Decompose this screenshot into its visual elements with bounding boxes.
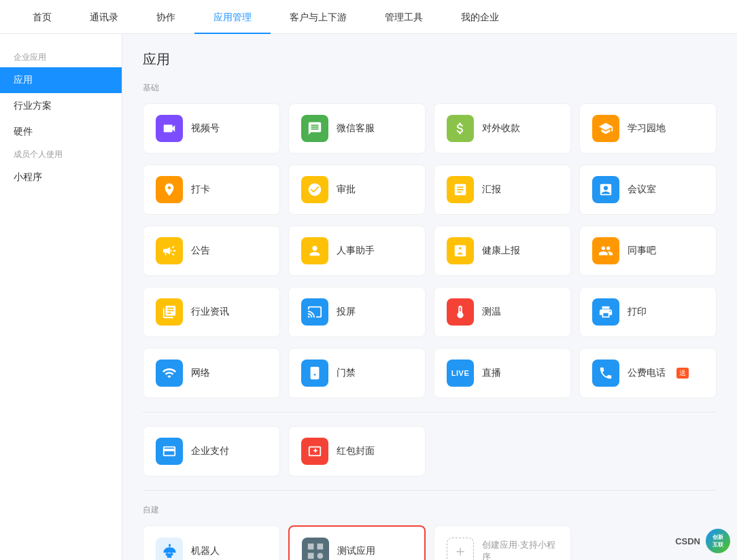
app-name-cast-screen: 投屏	[337, 306, 356, 318]
nav-app-management[interactable]: 应用管理	[194, 0, 271, 34]
app-name-robot: 机器人	[191, 545, 220, 557]
app-name-wechat-service: 微信客服	[337, 122, 375, 135]
industry-news-icon	[156, 298, 183, 326]
app-card-create[interactable]: ＋ 创建应用·支持小程序	[434, 525, 571, 560]
app-card-payment-out[interactable]: 对外收款	[434, 103, 571, 154]
app-card-print[interactable]: 打印	[579, 287, 717, 337]
app-card-approval[interactable]: 审批	[288, 164, 426, 215]
divider-2	[143, 490, 717, 491]
sidebar-item-miniprogram[interactable]: 小程序	[0, 164, 122, 190]
app-card-learning[interactable]: 学习园地	[579, 103, 717, 154]
payment-out-icon	[447, 115, 474, 142]
app-card-report[interactable]: 汇报	[434, 164, 571, 215]
app-card-robot[interactable]: 机器人	[143, 525, 280, 560]
svg-point-3	[318, 553, 324, 559]
app-name-temp-check: 测温	[482, 306, 501, 318]
app-name-hr-assistant: 人事助手	[337, 245, 375, 257]
door-access-icon	[301, 360, 328, 387]
app-card-meeting-room[interactable]: 会议室	[579, 164, 717, 215]
create-app-icon: ＋	[447, 538, 474, 560]
nav-home[interactable]: 首页	[14, 0, 71, 34]
bottom-logos: CSDN 创新互联	[675, 529, 730, 553]
app-card-red-packet[interactable]: 红包封面	[288, 426, 426, 476]
nav-contacts[interactable]: 通讯录	[71, 0, 137, 34]
app-name-red-packet: 红包封面	[337, 445, 375, 457]
app-card-health-report[interactable]: 健康上报	[434, 226, 571, 276]
app-name-live: 直播	[482, 367, 501, 379]
app-card-announcement[interactable]: 公告	[143, 226, 280, 276]
csdn-logo: CSDN	[675, 536, 700, 546]
app-grid-row2: 打卡 审批 汇报 会议室	[143, 164, 717, 215]
song-badge: 送	[676, 368, 689, 379]
app-grid-row7: 机器人 测试应用 ＋ 创建应用·支持小程序	[143, 525, 717, 560]
nav-customers[interactable]: 客户与上下游	[271, 0, 366, 34]
app-name-meeting-room: 会议室	[628, 183, 656, 196]
app-card-cast-screen[interactable]: 投屏	[288, 287, 426, 337]
nav-my-company[interactable]: 我的企业	[442, 0, 518, 34]
app-card-wechat-service[interactable]: 微信客服	[288, 103, 426, 154]
app-name-test-app: 测试应用	[337, 545, 375, 557]
app-card-phone[interactable]: 公费电话 送	[579, 348, 717, 398]
section-label-basic: 基础	[143, 82, 717, 94]
sidebar: 企业应用 应用 行业方案 硬件 成员个人使用 小程序	[0, 34, 122, 560]
learning-icon	[592, 115, 619, 142]
app-grid-row1: 视频号 微信客服 对外收款 学习园地	[143, 103, 717, 154]
app-name-health-report: 健康上报	[482, 245, 520, 257]
colleagues-icon	[592, 237, 619, 264]
main-content-area: 应用 基础 视频号 微信客服 对外收款	[122, 34, 737, 560]
app-grid-row4: 行业资讯 投屏 测温 打印	[143, 287, 717, 337]
live-icon: LIVE	[447, 360, 474, 387]
main-layout: 企业应用 应用 行业方案 硬件 成员个人使用 小程序 应用 基础 视频号 微信客…	[0, 34, 737, 560]
app-card-live[interactable]: LIVE 直播	[434, 348, 571, 398]
nav-collaborate[interactable]: 协作	[137, 0, 194, 34]
approval-icon	[301, 176, 328, 203]
app-name-network: 网络	[191, 367, 210, 379]
app-name-learning: 学习园地	[628, 122, 666, 135]
enterprise-payment-icon	[156, 438, 183, 465]
chuangxin-logo: 创新互联	[706, 529, 730, 553]
checkin-icon	[156, 176, 183, 203]
app-name-report: 汇报	[482, 183, 501, 196]
app-card-industry-news[interactable]: 行业资讯	[143, 287, 280, 337]
app-name-phone: 公费电话	[628, 367, 666, 379]
temp-check-icon	[447, 298, 474, 326]
hr-assistant-icon	[301, 237, 328, 264]
app-card-test-app[interactable]: 测试应用	[288, 525, 426, 560]
app-name-print: 打印	[628, 306, 647, 318]
page-title: 应用	[143, 50, 717, 69]
health-report-icon	[447, 237, 474, 264]
app-card-hr-assistant[interactable]: 人事助手	[288, 226, 426, 276]
app-name-payment-out: 对外收款	[482, 122, 520, 135]
sidebar-item-industry[interactable]: 行业方案	[0, 93, 122, 119]
create-app-label: 创建应用·支持小程序	[482, 539, 558, 560]
top-navigation: 首页 通讯录 协作 应用管理 客户与上下游 管理工具 我的企业	[0, 0, 737, 34]
app-name-announcement: 公告	[191, 245, 210, 257]
wechat-service-icon	[301, 115, 328, 142]
app-card-colleagues[interactable]: 同事吧	[579, 226, 717, 276]
app-grid-row6: 企业支付 红包封面	[143, 426, 717, 476]
sidebar-item-hardware[interactable]: 硬件	[0, 119, 122, 145]
app-name-approval: 审批	[337, 183, 356, 196]
test-app-icon	[302, 538, 329, 560]
app-card-door-access[interactable]: 门禁	[288, 348, 426, 398]
svg-rect-1	[318, 544, 324, 550]
app-card-enterprise-payment[interactable]: 企业支付	[143, 426, 280, 476]
robot-icon	[156, 538, 183, 560]
meeting-room-icon	[592, 176, 619, 203]
phone-icon	[592, 360, 619, 387]
sidebar-section-enterprise: 企业应用	[0, 48, 122, 67]
app-grid-row3: 公告 人事助手 健康上报 同事吧	[143, 226, 717, 276]
app-card-network[interactable]: 网络	[143, 348, 280, 398]
app-card-temp-check[interactable]: 测温	[434, 287, 571, 337]
app-name-enterprise-payment: 企业支付	[191, 445, 229, 457]
app-name-industry-news: 行业资讯	[191, 306, 229, 318]
app-card-shipin[interactable]: 视频号	[143, 103, 280, 154]
network-icon	[156, 360, 183, 387]
red-packet-icon	[301, 438, 328, 465]
announcement-icon	[156, 237, 183, 264]
app-name-shipin: 视频号	[191, 122, 220, 135]
nav-management-tools[interactable]: 管理工具	[366, 0, 442, 34]
sidebar-item-apps[interactable]: 应用	[0, 67, 122, 93]
app-card-checkin[interactable]: 打卡	[143, 164, 280, 215]
sidebar-section-personal: 成员个人使用	[0, 145, 122, 164]
